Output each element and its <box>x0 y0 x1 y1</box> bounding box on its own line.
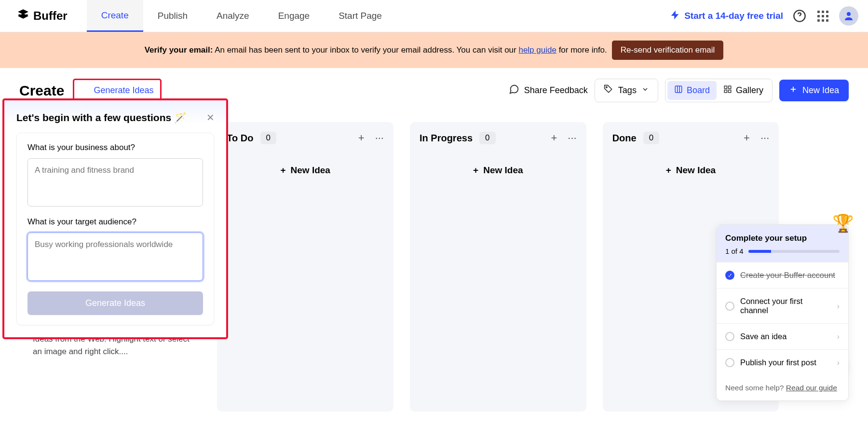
trial-link[interactable]: Start a 14-day free trial <box>670 10 783 23</box>
generate-ideas-submit-button[interactable]: Generate Ideas <box>27 291 203 315</box>
column-actions: + ··· <box>551 132 576 144</box>
column-actions: + ··· <box>744 132 769 144</box>
column-actions: + ··· <box>358 132 384 144</box>
help-icon[interactable] <box>793 9 806 23</box>
question-2-label: What is your target audience? <box>27 217 203 227</box>
setup-checklist: 🏆 Complete your setup 1 of 4 ✓ Create yo… <box>716 224 849 401</box>
circle-icon <box>725 302 734 311</box>
main-nav: Create Publish Analyze Engage Start Page <box>87 0 396 32</box>
add-icon[interactable]: + <box>744 132 750 144</box>
plus-icon: + <box>473 165 478 176</box>
column-title: To Do <box>227 133 253 144</box>
column-header: Done 0 + ··· <box>612 132 770 144</box>
tag-icon <box>604 84 613 96</box>
count-badge: 0 <box>260 132 276 144</box>
svg-rect-8 <box>724 90 727 93</box>
svg-point-1 <box>847 12 851 16</box>
setup-title: Complete your setup <box>725 234 840 243</box>
trial-text: Start a 14-day free trial <box>684 11 783 21</box>
nav-create[interactable]: Create <box>87 0 143 32</box>
plus-icon <box>789 85 798 96</box>
column-title: Done <box>612 133 637 144</box>
header-right: Start a 14-day free trial <box>670 6 858 26</box>
magic-wand-icon <box>81 85 90 96</box>
count-badge: 0 <box>479 132 495 144</box>
count-badge: 0 <box>643 132 659 144</box>
board-view-button[interactable]: Board <box>667 81 717 100</box>
tags-button[interactable]: Tags <box>595 79 658 102</box>
progress-bar <box>748 250 840 253</box>
new-idea-button[interactable]: New Idea <box>779 80 849 101</box>
column-in-progress: In Progress 0 + ··· +New Idea <box>410 122 586 412</box>
more-icon[interactable]: ··· <box>760 132 769 144</box>
trophy-icon: 🏆 <box>832 213 854 234</box>
gallery-icon <box>723 85 732 96</box>
column-title: In Progress <box>420 133 473 144</box>
chat-icon <box>509 84 519 97</box>
progress-text: 1 of 4 <box>725 247 744 255</box>
svg-rect-6 <box>724 86 727 88</box>
svg-rect-9 <box>728 90 731 93</box>
circle-icon <box>725 358 734 367</box>
plus-icon: + <box>666 165 671 176</box>
svg-point-2 <box>606 87 607 88</box>
add-icon[interactable]: + <box>358 132 365 144</box>
column-new-idea-button[interactable]: +New Idea <box>420 158 577 183</box>
help-guide-link[interactable]: help guide <box>518 45 556 55</box>
svg-rect-7 <box>728 86 731 88</box>
setup-item-create-account[interactable]: ✓ Create your Buffer account <box>717 262 848 288</box>
plus-icon: + <box>280 165 285 176</box>
popup-form: What is your business about? What is you… <box>16 133 214 325</box>
nav-start-page[interactable]: Start Page <box>324 0 396 32</box>
nav-engage[interactable]: Engage <box>264 0 325 32</box>
banner-text: Verify your email: An email has been sen… <box>145 45 607 55</box>
chevron-down-icon <box>641 85 649 96</box>
generate-ideas-popup: Let's begin with a few questions 🪄 × Wha… <box>2 98 228 339</box>
column-header: In Progress 0 + ··· <box>420 132 577 144</box>
popup-header: Let's begin with a few questions 🪄 × <box>16 110 214 125</box>
apps-icon[interactable] <box>816 9 829 23</box>
more-icon[interactable]: ··· <box>375 132 384 144</box>
setup-footer: Need some help? Read our guide <box>717 375 848 400</box>
column-new-idea-button[interactable]: +New Idea <box>612 158 770 183</box>
setup-progress: 1 of 4 <box>725 247 840 255</box>
chevron-right-icon: › <box>837 332 840 341</box>
board-icon <box>674 85 683 96</box>
nav-publish[interactable]: Publish <box>143 0 202 32</box>
resend-verification-button[interactable]: Re-send verification email <box>612 41 724 60</box>
top-header: Buffer Create Publish Analyze Engage Sta… <box>0 0 868 32</box>
lightning-icon <box>670 10 680 23</box>
brand-logo[interactable]: Buffer <box>17 8 68 24</box>
popup-title: Let's begin with a few questions 🪄 <box>16 112 187 124</box>
buffer-logo-icon <box>17 8 29 24</box>
chevron-right-icon: › <box>837 358 840 367</box>
audience-input[interactable] <box>27 233 203 281</box>
circle-icon <box>725 332 734 341</box>
check-icon: ✓ <box>725 271 734 280</box>
gallery-view-button[interactable]: Gallery <box>717 81 770 100</box>
page-title: Create <box>19 83 64 99</box>
share-feedback-button[interactable]: Share Feedback <box>509 84 588 97</box>
nav-analyze[interactable]: Analyze <box>202 0 264 32</box>
read-guide-link[interactable]: Read our guide <box>786 384 837 392</box>
question-1-label: What is your business about? <box>27 143 203 152</box>
column-new-idea-button[interactable]: +New Idea <box>227 158 384 183</box>
setup-item-publish-post[interactable]: Publish your first post › <box>717 349 848 375</box>
business-input[interactable] <box>27 158 203 207</box>
more-icon[interactable]: ··· <box>568 132 576 144</box>
brand-name: Buffer <box>33 9 68 23</box>
svg-rect-3 <box>675 86 682 93</box>
header-actions: Share Feedback Tags Board Gallery New Id… <box>509 79 849 102</box>
setup-item-save-idea[interactable]: Save an idea › <box>717 323 848 349</box>
add-icon[interactable]: + <box>551 132 557 144</box>
setup-header: Complete your setup 1 of 4 <box>717 225 848 262</box>
column-todo: To Do 0 + ··· +New Idea <box>217 122 393 412</box>
setup-item-connect-channel[interactable]: Connect your first channel › <box>717 288 848 323</box>
user-avatar[interactable] <box>839 6 858 26</box>
column-header: To Do 0 + ··· <box>227 132 384 144</box>
chevron-right-icon: › <box>837 302 840 311</box>
close-icon[interactable]: × <box>207 110 214 125</box>
verify-email-banner: Verify your email: An email has been sen… <box>0 32 868 68</box>
view-toggle: Board Gallery <box>665 79 773 102</box>
